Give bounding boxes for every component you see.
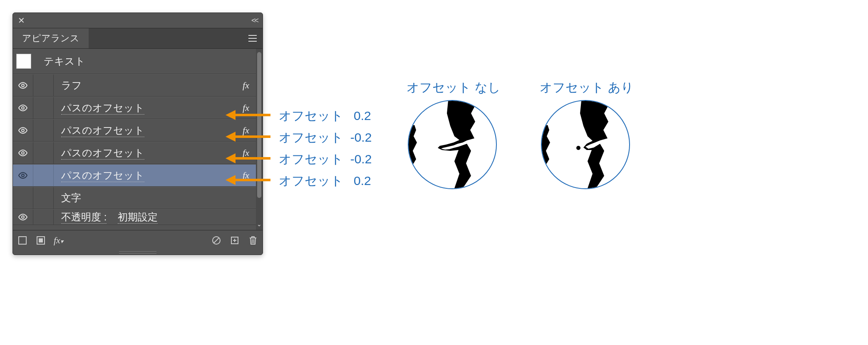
- annotation-text-3: オフセット -0.2: [279, 151, 372, 168]
- row-label[interactable]: パスのオフセット: [61, 125, 144, 137]
- tab-label: アピアランス: [22, 32, 79, 45]
- preview-title-without-offset: オフセット なし: [404, 79, 503, 96]
- chevron-down-icon[interactable]: ⌄: [256, 221, 263, 228]
- panel-menu-button[interactable]: [243, 28, 263, 48]
- row-opacity[interactable]: 不透明度 : 初期設定: [13, 209, 256, 225]
- new-stroke-button[interactable]: [17, 235, 28, 246]
- svg-point-8: [22, 216, 24, 218]
- row-effect-offset-path-4[interactable]: パスのオフセット fx: [13, 164, 256, 187]
- fx-icon[interactable]: fx: [236, 102, 256, 113]
- svg-point-5: [22, 129, 24, 132]
- delete-item-button[interactable]: [248, 235, 258, 246]
- new-fill-button[interactable]: [35, 235, 46, 246]
- close-icon[interactable]: ✕: [18, 15, 25, 25]
- row-label[interactable]: パスのオフセット: [61, 147, 144, 160]
- collapse-icon[interactable]: <<: [251, 16, 258, 25]
- panel-footer: fx▾: [13, 230, 263, 250]
- row-target[interactable]: テキスト: [13, 49, 256, 74]
- svg-point-6: [22, 152, 24, 154]
- visibility-toggle[interactable]: [13, 75, 33, 96]
- row-effect-offset-path-2[interactable]: パスのオフセット fx: [13, 119, 256, 142]
- svg-rect-11: [39, 238, 43, 242]
- svg-point-19: [576, 146, 580, 150]
- row-value[interactable]: 初期設定: [118, 211, 158, 224]
- row-effect-offset-path-3[interactable]: パスのオフセット fx: [13, 142, 256, 164]
- row-label[interactable]: パスのオフセット: [61, 102, 144, 115]
- panel-tabbar: アピアランス: [13, 28, 263, 48]
- row-label[interactable]: 不透明度 :: [61, 211, 107, 224]
- preview-shape: [409, 101, 496, 188]
- row-effect-offset-path-1[interactable]: パスのオフセット fx: [13, 97, 256, 119]
- preview-circle-with-offset: [541, 100, 630, 189]
- preview-shape: [542, 101, 629, 188]
- visibility-toggle[interactable]: [13, 97, 33, 119]
- target-swatch[interactable]: [16, 54, 31, 69]
- annotation-text-2: オフセット -0.2: [279, 129, 372, 146]
- scrollbar-thumb[interactable]: [257, 52, 261, 198]
- row-label: 文字: [61, 192, 81, 203]
- fx-icon[interactable]: fx: [236, 80, 256, 91]
- appearance-list: テキスト ラフ fx: [13, 49, 256, 230]
- visibility-toggle[interactable]: [13, 142, 33, 164]
- preview-title-with-offset: オフセット あり: [537, 79, 637, 96]
- row-characters[interactable]: 文字: [13, 187, 256, 209]
- row-effect-roughen[interactable]: ラフ fx: [13, 74, 256, 97]
- visibility-toggle[interactable]: [13, 210, 33, 225]
- visibility-toggle[interactable]: [13, 187, 33, 209]
- row-label[interactable]: パスのオフセット: [61, 170, 144, 182]
- row-label: ラフ: [61, 80, 82, 91]
- svg-rect-9: [19, 237, 26, 244]
- panel-resize-grip[interactable]: [13, 250, 263, 255]
- tab-appearance[interactable]: アピアランス: [13, 28, 89, 48]
- clear-appearance-button[interactable]: [211, 235, 222, 246]
- svg-point-7: [22, 174, 24, 177]
- visibility-toggle[interactable]: [13, 120, 33, 141]
- add-effect-button[interactable]: fx▾: [54, 235, 63, 246]
- svg-line-13: [214, 238, 219, 243]
- annotation-text-4: オフセット 0.2: [279, 172, 371, 190]
- preview-circle-without-offset: [408, 100, 497, 189]
- visibility-toggle[interactable]: [13, 165, 33, 186]
- svg-point-4: [22, 107, 24, 109]
- fx-icon[interactable]: fx: [236, 125, 256, 136]
- row-label: テキスト: [44, 55, 85, 67]
- list-scrollbar[interactable]: ⌄: [256, 49, 263, 230]
- annotation-text-1: オフセット 0.2: [279, 108, 371, 125]
- svg-point-3: [22, 84, 24, 87]
- duplicate-item-button[interactable]: [229, 235, 240, 246]
- panel-titlebar[interactable]: ✕ <<: [13, 13, 263, 28]
